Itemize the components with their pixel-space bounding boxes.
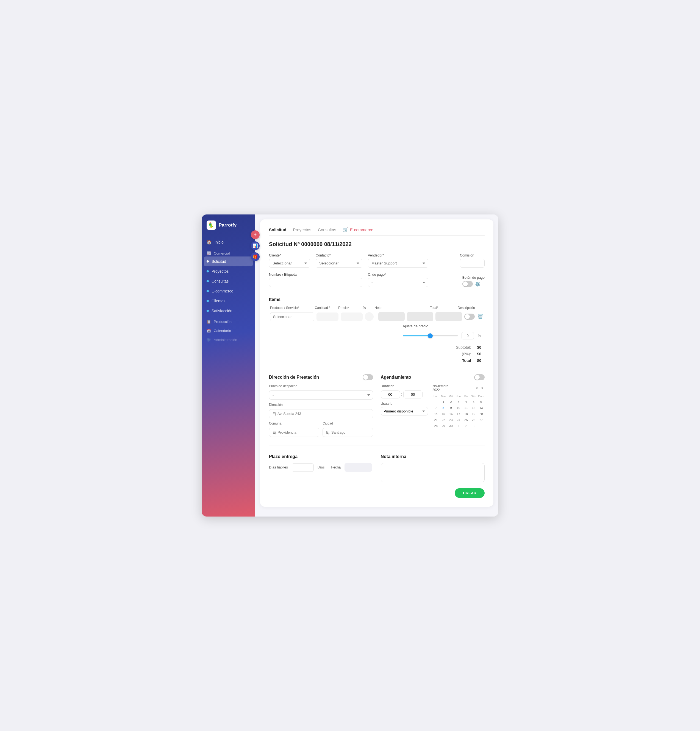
contacto-select[interactable]: Seleccionar — [316, 259, 362, 268]
cal-day[interactable]: 13 — [478, 405, 485, 411]
cal-day[interactable]: 30 — [447, 423, 454, 429]
cal-header-lun: Lun — [432, 394, 439, 398]
cal-day[interactable]: 25 — [463, 417, 469, 423]
cal-day[interactable]: 11 — [463, 405, 469, 411]
cpago-select[interactable]: - — [368, 278, 428, 287]
vendedor-label: Vendedor* — [368, 254, 454, 257]
cal-day-8[interactable]: 8 — [440, 405, 447, 411]
nombre-label: Nombre / Etiqueta — [269, 273, 362, 276]
sidebar-item-satisfaccion[interactable]: Satisfacción — [201, 306, 255, 316]
sidebar-item-solicitud[interactable]: Solicitud — [204, 257, 253, 266]
sidebar-item-consultas[interactable]: Consultas — [201, 276, 255, 286]
cal-day[interactable]: 4 — [463, 399, 469, 405]
cliente-select[interactable]: Seleccionar — [269, 259, 310, 268]
sidebar-admin-label: Administración — [214, 338, 237, 342]
address-form: Punto de despacho - Dirección Comuna — [269, 384, 373, 440]
item-descuento-input[interactable] — [365, 312, 374, 321]
cal-day[interactable]: 26 — [470, 417, 477, 423]
cal-day[interactable]: 3 — [455, 399, 462, 405]
comuna-input[interactable] — [269, 428, 319, 437]
cal-day[interactable]: 2 — [463, 423, 469, 429]
cal-day[interactable]: 7 — [432, 405, 439, 411]
item-precio-input[interactable] — [341, 313, 363, 321]
cal-day[interactable]: 1 — [440, 399, 447, 405]
duracion-min-select[interactable]: 00 — [403, 390, 422, 398]
ciudad-input[interactable] — [322, 428, 373, 437]
vendedor-select[interactable]: Master Support — [368, 259, 428, 268]
cal-day[interactable]: 17 — [455, 411, 462, 417]
cal-day[interactable]: 12 — [470, 405, 477, 411]
sidebar-item-proyectos[interactable]: Proyectos — [201, 266, 255, 276]
usuario-select[interactable]: Primero disponible — [381, 407, 428, 415]
dias-habiles-input[interactable] — [292, 463, 314, 472]
cal-day[interactable]: 29 — [440, 423, 447, 429]
cal-day[interactable]: 14 — [432, 411, 439, 417]
direccion-section-title: Dirección de Prestación — [269, 374, 373, 380]
cal-day[interactable]: 3 — [470, 423, 477, 429]
cal-next-btn[interactable]: > — [480, 385, 485, 391]
cal-day[interactable]: 2 — [447, 399, 454, 405]
item-descripcion-toggle[interactable] — [464, 314, 475, 320]
boton-pago-gear-icon[interactable]: ⚙️ — [475, 282, 481, 287]
cal-day[interactable]: 6 — [478, 399, 485, 405]
nota-textarea[interactable] — [381, 463, 485, 482]
nombre-input[interactable] — [269, 278, 362, 287]
item-neto-cell — [378, 312, 405, 321]
items-table-row: Seleccionar 🗑️ — [269, 312, 485, 321]
cal-day[interactable]: 28 — [432, 423, 439, 429]
sidebar-inicio-label: Inicio — [215, 240, 224, 244]
plazo-nota-grid: Plazo entrega Días hábiles Días Fecha No… — [269, 452, 485, 483]
cal-day[interactable]: 18 — [463, 411, 469, 417]
cal-day[interactable]: 20 — [478, 411, 485, 417]
sidebar-item-ecommerce[interactable]: E-commerce — [201, 286, 255, 296]
sidebar-fab-add[interactable]: + — [251, 230, 260, 239]
cal-header: Noviembre 2022 < > — [432, 384, 485, 392]
cliente-label: Cliente* — [269, 254, 310, 257]
cal-month-label: Noviembre 2022 — [432, 384, 449, 392]
boton-pago-toggle[interactable] — [462, 281, 473, 287]
cal-day[interactable]: 15 — [440, 411, 447, 417]
cal-day[interactable]: 19 — [470, 411, 477, 417]
punto-despacho-select[interactable]: - — [269, 390, 373, 399]
item-cantidad-input[interactable] — [316, 313, 338, 321]
crear-button[interactable]: CREAR — [455, 488, 485, 498]
sidebar-item-inicio[interactable]: 🏠 Inicio — [201, 237, 255, 247]
item-producto-select[interactable]: Seleccionar — [270, 312, 314, 321]
cal-day[interactable]: 9 — [447, 405, 454, 411]
sidebar-ecommerce-label: E-commerce — [212, 289, 233, 293]
comision-input[interactable]: 0.0 — [460, 259, 485, 268]
tab-proyectos[interactable]: Proyectos — [293, 228, 311, 235]
form-group-comision: Comisión 0.0 — [460, 254, 485, 268]
duracion-hour-select[interactable]: 00 — [381, 390, 400, 398]
cal-day[interactable]: 1 — [455, 423, 462, 429]
direccion-toggle[interactable] — [363, 374, 373, 380]
slider-thumb[interactable] — [428, 333, 433, 338]
sidebar-item-clientes[interactable]: Clientes — [201, 296, 255, 306]
ciudad-group: Ciudad — [322, 421, 373, 437]
cal-day[interactable]: 27 — [478, 417, 485, 423]
cal-day[interactable]: 24 — [455, 417, 462, 423]
cal-day[interactable] — [432, 399, 439, 405]
sidebar-fab-reports[interactable]: 📊 — [251, 241, 260, 250]
slider-value-box: 0 — [462, 332, 474, 339]
tab-solicitud[interactable]: Solicitud — [269, 228, 286, 235]
tab-ecommerce[interactable]: 🛒 E-commerce — [343, 227, 374, 236]
agendamiento-toggle[interactable] — [474, 374, 485, 380]
cal-day[interactable] — [478, 423, 485, 429]
tab-consultas[interactable]: Consultas — [318, 228, 336, 235]
direccion-input[interactable] — [269, 409, 373, 418]
page-title: Solicitud Nº 0000000 08/11/2022 — [269, 241, 485, 247]
cal-day[interactable]: 10 — [455, 405, 462, 411]
cal-day[interactable]: 5 — [470, 399, 477, 405]
fecha-box — [344, 463, 372, 472]
sidebar-calendario-section: 📅 Calendario — [201, 325, 255, 334]
sidebar-fab-gift[interactable]: 🎁 — [251, 252, 260, 261]
cal-day[interactable]: 22 — [440, 417, 447, 423]
cal-day[interactable]: 21 — [432, 417, 439, 423]
sidebar-admin-section: ⚙️ Administración — [201, 334, 255, 343]
item-delete-icon[interactable]: 🗑️ — [477, 314, 484, 320]
cal-day[interactable]: 16 — [447, 411, 454, 417]
form-group-vendedor: Vendedor* Master Support — [368, 254, 454, 268]
cal-day[interactable]: 23 — [447, 417, 454, 423]
cal-prev-btn[interactable]: < — [475, 385, 479, 391]
